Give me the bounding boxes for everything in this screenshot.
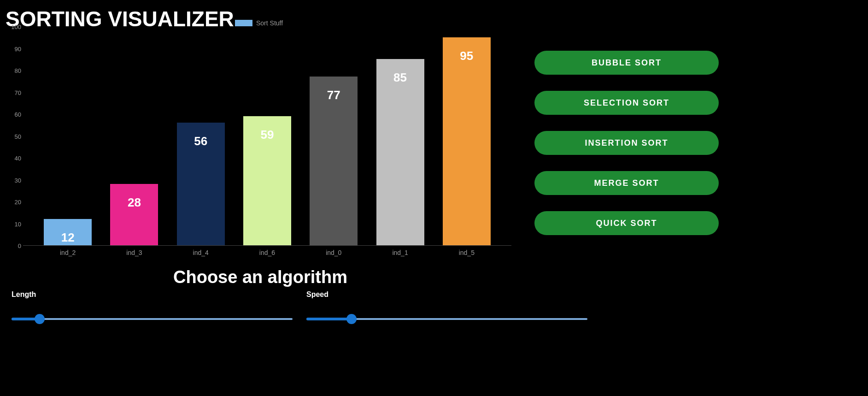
chart-bar: 12 <box>44 219 92 245</box>
length-slider[interactable] <box>12 314 293 324</box>
bar-value-label: 12 <box>44 231 92 245</box>
bar-value-label: 59 <box>243 128 291 142</box>
quick-sort-button[interactable]: QUICK SORT <box>534 211 719 235</box>
chart-bar: 77 <box>310 77 358 245</box>
chart-bar: 28 <box>110 184 158 245</box>
status-text: Choose an algorithm <box>5 267 516 287</box>
bar-value-label: 56 <box>177 134 225 148</box>
selection-sort-button[interactable]: SELECTION SORT <box>534 91 719 115</box>
y-tick: 0 <box>9 242 21 249</box>
y-tick: 70 <box>9 89 21 96</box>
x-tick: ind_6 <box>234 249 300 256</box>
chart-bar: 85 <box>376 59 424 245</box>
legend-swatch <box>235 20 252 26</box>
chart-bar: 56 <box>177 123 225 245</box>
x-tick: ind_4 <box>168 249 234 256</box>
legend-label: Sort Stuff <box>256 19 283 27</box>
slider-track <box>12 318 293 320</box>
x-tick: ind_3 <box>101 249 167 256</box>
bar-value-label: 95 <box>443 49 491 63</box>
slider-thumb[interactable] <box>35 314 45 324</box>
length-slider-label: Length <box>12 290 293 299</box>
y-tick: 40 <box>9 155 21 162</box>
y-tick: 10 <box>9 220 21 227</box>
x-tick: ind_1 <box>367 249 433 256</box>
x-tick: ind_2 <box>35 249 101 256</box>
speed-slider-label: Speed <box>306 290 587 299</box>
bar-value-label: 85 <box>376 71 424 85</box>
slider-fill <box>306 318 352 320</box>
chart-legend: Sort Stuff <box>235 19 283 27</box>
y-tick: 20 <box>9 199 21 206</box>
algorithm-buttons: BUBBLE SORT SELECTION SORT INSERTION SOR… <box>534 51 719 235</box>
merge-sort-button[interactable]: MERGE SORT <box>534 171 719 195</box>
x-tick: ind_0 <box>300 249 367 256</box>
x-tick: ind_5 <box>434 249 500 256</box>
sort-chart: Sort Stuff 01020304050607080901001228565… <box>5 23 516 254</box>
bar-value-label: 28 <box>110 195 158 210</box>
y-tick: 100 <box>9 24 21 30</box>
y-tick: 50 <box>9 133 21 140</box>
slider-thumb[interactable] <box>346 314 357 324</box>
y-tick: 30 <box>9 177 21 183</box>
y-tick: 90 <box>9 45 21 52</box>
bar-value-label: 77 <box>310 88 358 102</box>
y-tick: 80 <box>9 67 21 74</box>
bubble-sort-button[interactable]: BUBBLE SORT <box>534 51 719 75</box>
chart-bar: 59 <box>243 116 291 245</box>
chart-bar: 95 <box>443 37 491 245</box>
insertion-sort-button[interactable]: INSERTION SORT <box>534 131 719 155</box>
speed-slider[interactable] <box>306 314 587 324</box>
y-tick: 60 <box>9 111 21 118</box>
